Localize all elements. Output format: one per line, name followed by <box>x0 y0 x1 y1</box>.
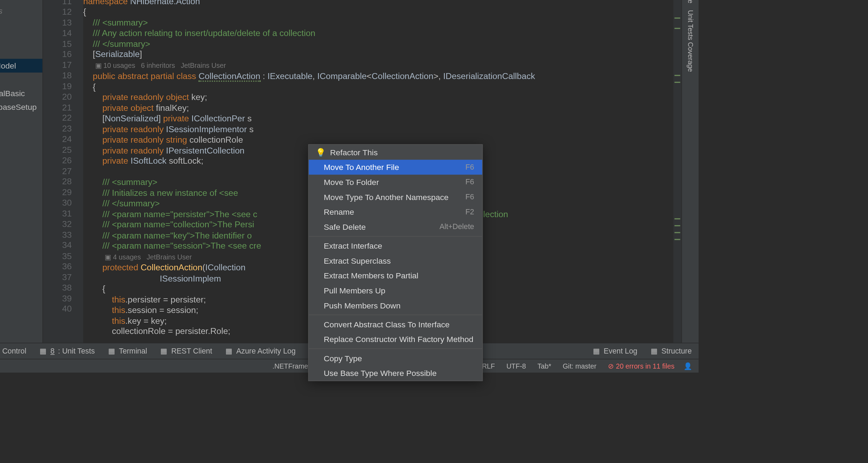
tests-icon: ▦ <box>39 347 47 355</box>
line-number: 21 <box>43 102 72 113</box>
line-number: 39 <box>43 293 72 304</box>
line-number: 14 <box>43 28 72 38</box>
line-number: 40 <box>43 304 72 314</box>
bulb-icon: 💡 <box>316 148 326 157</box>
ctx-item[interactable]: Push Members Down <box>309 298 482 313</box>
right-tool-strip: DatabaseUnit Tests Coverage <box>681 0 699 343</box>
line-number: 24 <box>43 134 72 144</box>
line-number: 15 <box>43 38 72 49</box>
tree-item[interactable]: ▶NHibernate.Example.Web <box>0 141 42 155</box>
ctx-item[interactable]: Move To FolderF6 <box>309 174 482 190</box>
right-strip-database[interactable]: Database <box>686 0 694 7</box>
event-icon: ▦ <box>592 347 600 355</box>
status-errors[interactable]: ⊘20 errors in 11 files <box>608 362 674 370</box>
solution-tree[interactable]: ▼NHibernate.Everything · 7 projects▼Proj… <box>0 1 42 343</box>
line-number: 37 <box>43 272 72 282</box>
ctx-item[interactable]: Copy Type <box>309 351 482 366</box>
tree-item[interactable]: ▶Support <box>0 128 42 141</box>
tree-item[interactable]: ▼NHibernate.Everything · 7 projects <box>0 4 42 17</box>
line-number: 25 <box>43 144 72 155</box>
ctx-item[interactable]: Safe DeleteAlt+Delete <box>309 219 482 234</box>
ctx-item[interactable]: Move Type To Another NamespaceF6 <box>309 190 482 205</box>
line-number: 28 <box>43 176 72 187</box>
ctx-item[interactable]: Convert Abstract Class To Interface <box>309 317 482 332</box>
line-number: 38 <box>43 283 72 293</box>
line-number: 26 <box>43 155 72 166</box>
rest-icon: ▦ <box>160 347 168 355</box>
line-number: 29 <box>43 187 72 198</box>
tree-item[interactable]: ▼Core · 5 projects <box>0 31 42 45</box>
line-number: 19 <box>43 81 72 91</box>
tree-label: NHibernate.TestDatabaseSetup <box>0 102 37 112</box>
line-number: 27 <box>43 166 72 176</box>
status-branch[interactable]: Git: master <box>563 362 596 370</box>
ctx-item[interactable]: Pull Members Up <box>309 283 482 298</box>
bottom-tool-azureactivitylog[interactable]: ▦Azure Activity Log <box>225 347 295 356</box>
ctx-item[interactable]: Move To Another FileF6 <box>309 160 482 175</box>
tree-item[interactable]: ▶NHibernate.TestDatabaseSetup <box>0 100 42 114</box>
line-number: 17 <box>43 60 72 70</box>
status-indent[interactable]: Tab* <box>537 362 551 370</box>
line-number: 35 <box>43 251 72 261</box>
ctx-separator <box>309 315 482 315</box>
ctx-item[interactable]: Extract Interface <box>309 238 482 254</box>
bottom-tool-restclient[interactable]: ▦REST Client <box>160 347 212 356</box>
line-number: 36 <box>43 261 72 272</box>
line-number: 33 <box>43 229 72 240</box>
refactor-context-menu[interactable]: 💡Refactor ThisMove To Another FileF6Move… <box>308 144 483 381</box>
tree-item[interactable]: ▶NHibernate <box>0 45 42 59</box>
tree-label: NHibernate.Test.VisualBasic <box>0 88 25 98</box>
tree-label: NHibernate.DomainModel <box>0 61 16 70</box>
bottom-tool-terminal[interactable]: ▦Terminal <box>107 347 147 356</box>
tree-item[interactable]: ▶NHibernate.Test.VisualBasic <box>0 86 42 100</box>
line-number: 32 <box>43 219 72 229</box>
right-strip-unittestscoverage[interactable]: Unit Tests Coverage <box>686 7 694 76</box>
ctx-item[interactable]: RenameF2 <box>309 205 482 220</box>
tree-item[interactable]: ▶Tools · 1 project <box>0 114 42 128</box>
ctx-separator <box>309 236 482 237</box>
ctx-header: 💡Refactor This <box>309 145 482 160</box>
tree-item[interactable]: ▶NHibernate.DomainModel <box>0 59 42 72</box>
bottom-tool-eventlog[interactable]: ▦Event Log <box>592 347 637 356</box>
line-number: 13 <box>43 17 72 28</box>
tree-item[interactable]: ▶NHibernate.Test <box>0 72 42 86</box>
inspector-icon[interactable]: 👤 <box>684 362 692 370</box>
azure-icon: ▦ <box>225 347 233 355</box>
line-number: 16 <box>43 49 72 59</box>
line-number: 34 <box>43 240 72 250</box>
error-stripe[interactable] <box>673 0 681 343</box>
ctx-item[interactable]: Replace Constructor With Factory Method <box>309 332 482 347</box>
tree-suffix: · 7 projects <box>0 6 2 15</box>
line-number: 22 <box>43 113 72 123</box>
bottom-tool-unittests[interactable]: ▦8: Unit Tests <box>39 347 95 356</box>
tree-item[interactable]: ▶Scratches and Consoles <box>0 155 42 169</box>
struct-icon: ▦ <box>650 347 658 355</box>
solution-explorer: ▦ Solution ▾ ⊕ ⇅ ⚙ ─ ⟳ ⬓ ⬒ ▢ ▼NHibernate… <box>0 0 43 343</box>
line-number: 30 <box>43 198 72 208</box>
tree-item[interactable]: ▼Projects · 6 projects <box>0 17 42 31</box>
ctx-item[interactable]: Use Base Type Where Possible <box>309 366 482 381</box>
line-gutter: 1111213141516171819202122232425262728293… <box>43 0 83 343</box>
line-number: 31 <box>43 208 72 219</box>
terminal-icon: ▦ <box>107 347 115 355</box>
ctx-separator <box>309 348 482 349</box>
line-number: 11 <box>43 0 72 7</box>
bottom-tool-versioncontrol[interactable]: ▦9: Version Control <box>0 347 26 356</box>
line-number: 12 <box>43 7 72 17</box>
bottom-tool-structure[interactable]: ▦Structure <box>650 347 692 356</box>
ctx-item[interactable]: Extract Superclass <box>309 253 482 268</box>
line-number: 18 <box>43 70 72 81</box>
status-encoding[interactable]: UTF-8 <box>506 362 526 370</box>
ctx-item[interactable]: Extract Members to Partial <box>309 268 482 283</box>
line-number: 20 <box>43 92 72 102</box>
line-number: 23 <box>43 123 72 134</box>
